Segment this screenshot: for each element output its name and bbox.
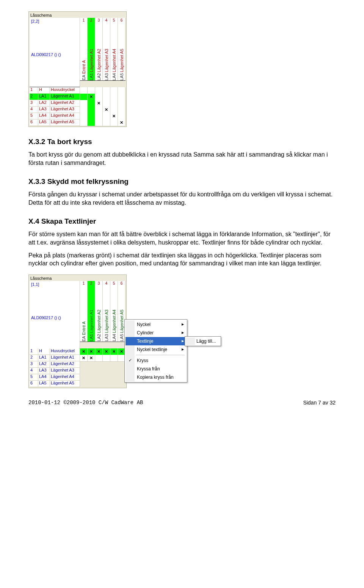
schema-row[interactable]: 2LA1Lägenhet A1 — [30, 355, 126, 361]
menu-item[interactable]: Kopiera kryss från — [126, 373, 186, 381]
column-short: LA4 — [112, 73, 116, 80]
schema-row[interactable]: 3LA2Lägenhet A2 — [30, 361, 126, 368]
page-footer: 2010-01-12 ©2009-2010 C/W CadWare AB Sid… — [0, 396, 364, 412]
schema-cell[interactable] — [95, 94, 103, 100]
schema-column[interactable]: 1EAEntré A — [80, 18, 88, 80]
menu-item[interactable]: Textlinje — [126, 337, 186, 345]
context-submenu[interactable]: Lägg till... — [185, 336, 221, 346]
schema-column[interactable]: 5LA4Lägenhet A4 — [110, 18, 118, 80]
schema-cell[interactable] — [103, 100, 110, 107]
column-number: 2 — [90, 18, 93, 22]
schema-cell[interactable] — [95, 355, 103, 362]
schema-cell[interactable] — [118, 87, 126, 94]
schema-row[interactable]: 5LA4Lägenhet A4 — [30, 374, 126, 381]
schema-column[interactable]: 1EAEntré A — [80, 281, 88, 342]
schema-column[interactable]: 2LA1Lägenhet A1 — [88, 18, 95, 80]
schema-cell[interactable] — [95, 87, 103, 94]
schema-row[interactable]: 1HHuvudnyckel — [30, 87, 126, 94]
schema-column[interactable]: 4LA3Lägenhet A3 — [103, 281, 110, 342]
schema-cell[interactable] — [95, 119, 103, 126]
schema-cell[interactable] — [95, 100, 103, 107]
schema-cell[interactable] — [103, 348, 110, 355]
schema-cell[interactable] — [110, 113, 118, 120]
menu-item[interactable]: Nyckel — [126, 320, 186, 329]
schema-cell[interactable] — [88, 348, 95, 355]
schema-cell[interactable] — [103, 87, 110, 94]
schema-cell[interactable] — [103, 113, 110, 120]
row-side: 6LA5Lägenhet A5 — [30, 119, 80, 126]
schema-column[interactable]: 6LA5Lägenhet A5 — [118, 18, 126, 80]
column-number: 5 — [113, 18, 115, 22]
schema-cell[interactable] — [80, 348, 88, 355]
schema-cell[interactable] — [80, 355, 88, 362]
schema-cell[interactable] — [110, 119, 118, 126]
menu-item[interactable]: Cylinder — [126, 329, 186, 337]
schema-row[interactable]: 6LA5Lägenhet A5 — [30, 381, 126, 387]
schema-cell[interactable] — [110, 100, 118, 107]
schema-cell[interactable] — [80, 107, 88, 113]
schema-row[interactable]: 5LA4Lägenhet A4 — [30, 113, 126, 119]
schema-cell[interactable] — [118, 100, 126, 107]
row-name: Lägenhet A4 — [50, 113, 80, 119]
row-number: 5 — [30, 374, 38, 380]
schema-cell[interactable] — [110, 355, 118, 362]
schema-cell[interactable] — [88, 355, 95, 362]
context-menu[interactable]: NyckelCylinderTextlinjeNyckel textlinje … — [124, 319, 187, 383]
schema-cell[interactable] — [118, 119, 126, 126]
schema-cell[interactable] — [80, 94, 88, 100]
column-long: Lägenhet A3 — [104, 310, 109, 333]
menu-item[interactable]: Nyckel textlinje — [126, 345, 186, 354]
schema-row[interactable]: 4LA3Lägenhet A3 — [30, 368, 126, 374]
schema-cell[interactable] — [88, 107, 95, 113]
schema-row[interactable]: 2LA1Lägenhet A1 — [30, 94, 126, 100]
schema-cell[interactable] — [95, 113, 103, 120]
row-code: LA2 — [38, 361, 50, 367]
schema-cell[interactable] — [110, 348, 118, 355]
row-side: 2LA1Lägenhet A1 — [30, 94, 80, 100]
submenu-item-add[interactable]: Lägg till... — [186, 337, 220, 345]
schema-column[interactable]: 5LA4Lägenhet A4 — [110, 281, 118, 342]
schema-cell[interactable] — [95, 348, 103, 355]
schema-column[interactable]: 3LA2Lägenhet A2 — [95, 18, 103, 80]
schema-cell[interactable] — [118, 107, 126, 113]
schema-row[interactable]: 6LA5Lägenhet A5 — [30, 119, 126, 126]
column-long: Lägenhet A5 — [119, 49, 124, 72]
column-number: 4 — [105, 18, 108, 22]
schema-cell[interactable] — [80, 119, 88, 126]
schema-cell[interactable] — [118, 113, 126, 120]
schema-cell[interactable] — [88, 113, 95, 120]
schema-cell[interactable] — [80, 100, 88, 107]
schema-cell[interactable] — [88, 119, 95, 126]
column-short: LA1 — [89, 334, 94, 342]
row-name: Lägenhet A5 — [50, 119, 80, 125]
schema-cell[interactable] — [80, 87, 88, 94]
schema-cell[interactable] — [88, 87, 95, 94]
footer-left: 2010-01-12 ©2009-2010 C/W CadWare AB — [28, 400, 143, 406]
schema-cell[interactable] — [110, 107, 118, 113]
schema-column[interactable]: 4LA3Lägenhet A3 — [103, 18, 110, 80]
schema-cell[interactable] — [103, 107, 110, 113]
schema-cell[interactable] — [88, 100, 95, 107]
schema-code: ALD090217 () () — [30, 314, 63, 321]
menu-item[interactable]: Kryss — [126, 356, 186, 365]
schema-cell[interactable] — [110, 87, 118, 94]
schema-row[interactable]: 3LA2Lägenhet A2 — [30, 100, 126, 107]
schema-cell[interactable] — [103, 355, 110, 362]
schema-row[interactable]: 4LA3Lägenhet A3 — [30, 107, 126, 113]
schema-cell[interactable] — [118, 94, 126, 100]
schema-cell[interactable] — [103, 119, 110, 126]
schema-cell[interactable] — [88, 94, 95, 100]
schema-column[interactable]: 3LA2Lägenhet A2 — [95, 281, 103, 342]
schema-cell[interactable] — [110, 94, 118, 100]
schema-cell[interactable] — [80, 113, 88, 120]
row-code: LA1 — [38, 355, 50, 361]
column-long: Lägenhet A1 — [89, 310, 94, 333]
schema-cell[interactable] — [103, 94, 110, 100]
menu-item[interactable]: Kryssa från — [126, 365, 186, 373]
schema-cell[interactable] — [95, 107, 103, 113]
body-text: För större system kan man för att få bät… — [28, 230, 336, 246]
column-long: Entré A — [82, 321, 86, 335]
schema-column[interactable]: 2LA1Lägenhet A1 — [88, 281, 95, 342]
schema-row[interactable]: 1HHuvudnyckel — [30, 348, 126, 355]
row-number: 1 — [30, 87, 38, 93]
